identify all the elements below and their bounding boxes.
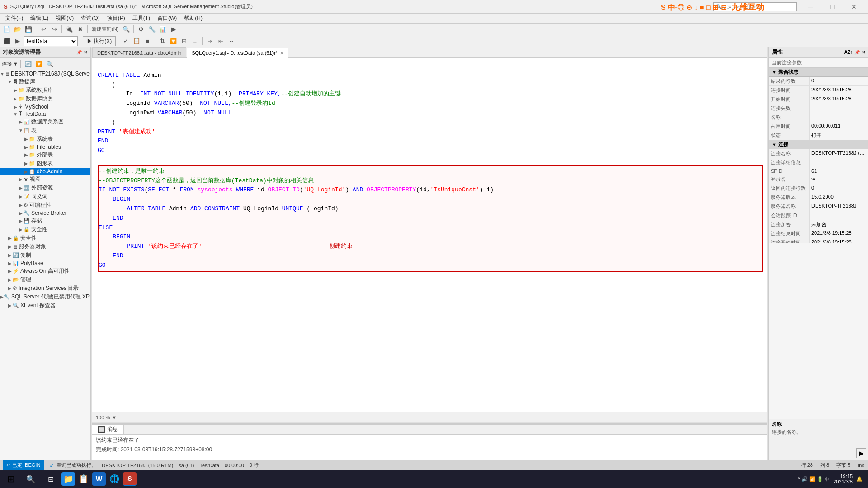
tree-item-3[interactable]: ▶📁数据库快照 [0,95,90,103]
clock[interactable]: 19:15 2021/3/8 [833,474,853,484]
misc-btn2[interactable]: 🔧 [147,24,157,34]
tree-item-7[interactable]: ▼📋表 [0,126,90,135]
task-view-btn[interactable]: ⊟ [42,470,60,488]
search-taskbar-btn[interactable]: 🔍 [22,470,40,488]
tree-item-5[interactable]: ▼🗄TestData [0,110,90,118]
disconnect-btn[interactable]: ✖ [75,24,85,34]
sort-btn[interactable]: ⇅ [157,36,167,46]
check-btn[interactable]: ✓ [121,36,131,46]
unindent-btn[interactable]: ⇤ [216,36,226,46]
redo-btn[interactable]: ↪ [49,24,59,34]
start-button[interactable]: ⊞ [2,470,20,488]
tree-item-19[interactable]: ▶🔒安全性 [0,225,90,234]
tree-expand-3: ▶ [13,96,18,101]
prop-pin-btn[interactable]: 📌 [854,50,860,55]
tab-admin[interactable]: DESKTOP-TF2168J...ata - dbo.Admin [92,47,186,57]
tree-item-18[interactable]: ▶💾存储 [0,217,90,225]
tree-item-25[interactable]: ▶📂管理 [0,275,90,284]
prop-section-connect[interactable]: ▼ 连接 [769,140,868,149]
misc-btn4[interactable]: ▶ [169,24,179,34]
tree-item-20[interactable]: ▶🔒安全性 [0,234,90,242]
prop-az-btn[interactable]: AZ↑ [844,50,853,55]
tree-icon-23: 📊 [13,261,19,266]
misc-btn1[interactable]: ⚙ [136,24,146,34]
filter-btn[interactable]: 🔽 [168,36,178,46]
tree-item-14[interactable]: ▶🔤外部资源 [0,184,90,192]
tree-item-22[interactable]: ▶🔄复制 [0,251,90,260]
tree-item-24[interactable]: ▶⚡Always On 高可用性 [0,267,90,275]
parse-btn[interactable]: 📋 [132,36,142,46]
menu-query[interactable]: 查询(Q) [77,14,103,24]
tree-item-27[interactable]: ▶🔧SQL Server 代理(已禁用代理 XP) [0,293,90,301]
tree-item-8[interactable]: ▶📁系统表 [0,135,90,143]
undo-btn[interactable]: ↩ [38,24,48,34]
misc-btn3[interactable]: 📊 [158,24,168,34]
tree-item-12[interactable]: ▶📋dbo.Admin [0,168,90,175]
tree-item-6[interactable]: ▶📊数据库关系图 [0,118,90,126]
taskbar-ssms[interactable]: S [123,472,137,486]
grid-btn[interactable]: ⊞ [179,36,189,46]
database-selector[interactable]: TestData [24,36,78,46]
oe-refresh-btn[interactable]: 🔄 [23,59,33,69]
maximize-button[interactable]: □ [822,0,843,14]
tab-close-btn[interactable]: ✕ [280,51,283,56]
oe-close-btn[interactable]: ✕ [84,50,87,55]
tree-item-9[interactable]: ▶📁FileTables [0,143,90,151]
taskbar-word[interactable]: W [92,472,106,486]
tree-item-10[interactable]: ▶📁外部表 [0,151,90,159]
execute-button[interactable]: ▶ 执行(X) [83,36,116,46]
close-button[interactable]: ✕ [844,0,864,14]
msg-tab-messages[interactable]: 🔲 消息 [92,425,124,434]
menu-edit[interactable]: 编辑(E) [27,14,52,24]
text-btn[interactable]: ≡ [190,36,200,46]
menu-file[interactable]: 文件(F) [2,14,27,24]
taskbar-browser[interactable]: 🌐 [108,472,121,486]
tb2-btn1[interactable]: ⬛ [2,36,12,46]
sep4 [133,25,134,33]
prop-close-btn[interactable]: ✕ [862,50,865,55]
tree-item-1[interactable]: ▼🗄数据库 [0,77,90,86]
prop-row-elapsed: 占用时间00:00:00.011 [769,122,868,131]
tree-item-26[interactable]: ▶⚙Integration Services 目录 [0,284,90,293]
tree-item-0[interactable]: ▼🖥DESKTOP-TF2168J (SQL Server 15.0... [0,70,90,77]
tree-item-16[interactable]: ▶⚙可编程性 [0,201,90,209]
menu-window[interactable]: 窗口(W) [154,14,180,24]
oe-connect-label[interactable]: 连接 ▼ [2,61,18,67]
tree-item-23[interactable]: ▶📊PolyBase [0,260,90,267]
menu-tools[interactable]: 工具(T) [129,14,154,24]
tree-item-13[interactable]: ▶👁视图 [0,175,90,184]
open-btn[interactable]: 📂 [13,24,23,34]
tree-item-4[interactable]: ▶🗄MySchool [0,103,90,110]
oe-search-btn[interactable]: 🔍 [45,59,55,69]
oe-filter-btn[interactable]: 🔽 [34,59,44,69]
code-editor[interactable]: CREATE TABLE Admin ( Id INT NOT NULL IDE… [92,58,767,412]
tree-item-2[interactable]: ▶📁系统数据库 [0,86,90,95]
tree-icon-12: 📋 [29,169,35,175]
search-btn[interactable]: 🔍 [121,24,131,34]
tree-item-21[interactable]: ▶🖥服务器对象 [0,242,90,251]
tree-item-11[interactable]: ▶📁图形表 [0,159,90,168]
tab-sqlquery[interactable]: SQLQuery1.sql - D...estData (sa (61))* ✕ [187,48,288,58]
zoom-dropdown[interactable]: ▼ [112,415,117,420]
tb2-btn2[interactable]: ▶ [13,36,23,46]
menu-view[interactable]: 视图(V) [52,14,77,24]
minimize-button[interactable]: ─ [800,0,821,14]
indent-btn[interactable]: ⇥ [205,36,215,46]
stop-btn[interactable]: ■ [142,36,152,46]
save-btn[interactable]: 💾 [24,24,33,34]
taskbar-explorer[interactable]: 📁 [61,472,75,486]
notification-icon[interactable]: 🔔 [856,476,863,482]
properties-panel: 属性 AZ↑ 📌 ✕ 当前连接参数 ▼ 聚合状态 结果的行数0 连接时间2021… [769,47,868,460]
prop-scroll-btn[interactable]: ▶ [856,448,866,458]
new-query-btn[interactable]: 📄 [2,24,12,34]
oe-pin-btn[interactable]: 📌 [76,50,82,55]
prop-section-aggregate[interactable]: ▼ 聚合状态 [769,68,868,77]
tree-item-15[interactable]: ▶📝同义词 [0,192,90,201]
taskbar-app2[interactable]: 📋 [77,472,90,486]
menu-help[interactable]: 帮助(H) [180,14,206,24]
comment-btn[interactable]: -- [226,36,236,46]
tree-item-17[interactable]: ▶🔧Service Broker [0,209,90,217]
tree-item-28[interactable]: ▶🔍XEvent 探查器 [0,301,90,310]
connect-btn[interactable]: 🔌 [64,24,74,34]
menu-project[interactable]: 项目(P) [104,14,129,24]
